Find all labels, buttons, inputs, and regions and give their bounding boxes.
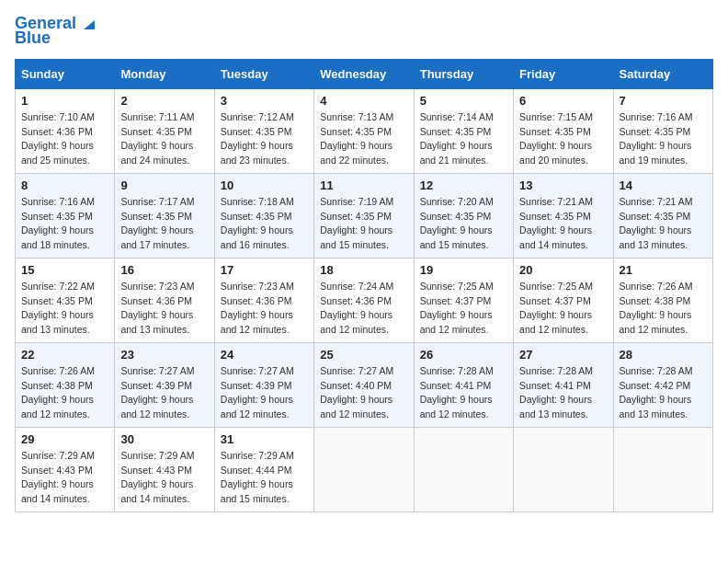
calendar-cell: 27 Sunrise: 7:28 AM Sunset: 4:41 PM Dayl… bbox=[514, 342, 613, 427]
calendar-cell bbox=[613, 427, 712, 511]
calendar-cell: 28 Sunrise: 7:28 AM Sunset: 4:42 PM Dayl… bbox=[613, 342, 712, 427]
calendar-cell: 22 Sunrise: 7:26 AM Sunset: 4:38 PM Dayl… bbox=[16, 342, 115, 427]
day-info: Sunrise: 7:11 AM Sunset: 4:35 PM Dayligh… bbox=[120, 110, 208, 168]
calendar-week-2: 8 Sunrise: 7:16 AM Sunset: 4:35 PM Dayli… bbox=[16, 173, 713, 258]
day-number: 22 bbox=[21, 348, 108, 362]
day-info: Sunrise: 7:23 AM Sunset: 4:36 PM Dayligh… bbox=[120, 280, 208, 338]
day-info: Sunrise: 7:12 AM Sunset: 4:35 PM Dayligh… bbox=[221, 110, 308, 168]
calendar-header-row: SundayMondayTuesdayWednesdayThursdayFrid… bbox=[16, 59, 713, 88]
calendar-table: SundayMondayTuesdayWednesdayThursdayFrid… bbox=[15, 59, 713, 512]
day-number: 1 bbox=[21, 94, 108, 108]
calendar-week-4: 22 Sunrise: 7:26 AM Sunset: 4:38 PM Dayl… bbox=[16, 342, 713, 427]
day-number: 12 bbox=[420, 178, 507, 192]
day-number: 26 bbox=[420, 348, 507, 362]
calendar-cell: 23 Sunrise: 7:27 AM Sunset: 4:39 PM Dayl… bbox=[115, 342, 214, 427]
calendar-cell: 8 Sunrise: 7:16 AM Sunset: 4:35 PM Dayli… bbox=[16, 173, 115, 258]
day-info: Sunrise: 7:20 AM Sunset: 4:35 PM Dayligh… bbox=[420, 195, 507, 253]
calendar-week-5: 29 Sunrise: 7:29 AM Sunset: 4:43 PM Dayl… bbox=[16, 427, 713, 511]
day-number: 15 bbox=[21, 263, 108, 277]
day-info: Sunrise: 7:24 AM Sunset: 4:36 PM Dayligh… bbox=[320, 280, 407, 338]
day-info: Sunrise: 7:27 AM Sunset: 4:40 PM Dayligh… bbox=[320, 364, 407, 422]
day-info: Sunrise: 7:26 AM Sunset: 4:38 PM Dayligh… bbox=[21, 364, 108, 422]
day-number: 11 bbox=[320, 178, 407, 192]
day-info: Sunrise: 7:26 AM Sunset: 4:38 PM Dayligh… bbox=[620, 280, 707, 338]
header-thursday: Thursday bbox=[414, 59, 513, 88]
calendar-week-3: 15 Sunrise: 7:22 AM Sunset: 4:35 PM Dayl… bbox=[16, 258, 713, 342]
calendar-cell: 10 Sunrise: 7:18 AM Sunset: 4:35 PM Dayl… bbox=[214, 173, 313, 258]
day-number: 5 bbox=[420, 94, 507, 108]
calendar-cell: 15 Sunrise: 7:22 AM Sunset: 4:35 PM Dayl… bbox=[16, 258, 115, 342]
calendar-cell: 14 Sunrise: 7:21 AM Sunset: 4:35 PM Dayl… bbox=[613, 173, 712, 258]
header-saturday: Saturday bbox=[613, 59, 712, 88]
day-number: 27 bbox=[519, 348, 607, 362]
day-info: Sunrise: 7:19 AM Sunset: 4:35 PM Dayligh… bbox=[320, 195, 407, 253]
calendar-cell: 5 Sunrise: 7:14 AM Sunset: 4:35 PM Dayli… bbox=[414, 88, 513, 173]
calendar-cell: 12 Sunrise: 7:20 AM Sunset: 4:35 PM Dayl… bbox=[414, 173, 513, 258]
calendar-cell bbox=[414, 427, 513, 511]
header-tuesday: Tuesday bbox=[214, 59, 313, 88]
calendar-cell: 4 Sunrise: 7:13 AM Sunset: 4:35 PM Dayli… bbox=[314, 88, 414, 173]
day-info: Sunrise: 7:25 AM Sunset: 4:37 PM Dayligh… bbox=[420, 280, 507, 338]
calendar-cell: 18 Sunrise: 7:24 AM Sunset: 4:36 PM Dayl… bbox=[314, 258, 414, 342]
day-number: 3 bbox=[221, 94, 308, 108]
calendar-cell: 13 Sunrise: 7:21 AM Sunset: 4:35 PM Dayl… bbox=[514, 173, 613, 258]
calendar-cell: 3 Sunrise: 7:12 AM Sunset: 4:35 PM Dayli… bbox=[214, 88, 313, 173]
day-info: Sunrise: 7:17 AM Sunset: 4:35 PM Dayligh… bbox=[120, 195, 208, 253]
day-number: 20 bbox=[519, 263, 607, 277]
day-info: Sunrise: 7:15 AM Sunset: 4:35 PM Dayligh… bbox=[519, 110, 607, 168]
calendar-week-1: 1 Sunrise: 7:10 AM Sunset: 4:36 PM Dayli… bbox=[16, 88, 713, 173]
day-number: 21 bbox=[620, 263, 707, 277]
day-number: 24 bbox=[221, 348, 308, 362]
calendar-cell: 9 Sunrise: 7:17 AM Sunset: 4:35 PM Dayli… bbox=[115, 173, 214, 258]
day-number: 9 bbox=[120, 178, 208, 192]
day-info: Sunrise: 7:29 AM Sunset: 4:43 PM Dayligh… bbox=[21, 449, 108, 507]
calendar-cell: 7 Sunrise: 7:16 AM Sunset: 4:35 PM Dayli… bbox=[613, 88, 712, 173]
day-number: 23 bbox=[120, 348, 208, 362]
day-number: 6 bbox=[519, 94, 607, 108]
day-number: 18 bbox=[320, 263, 407, 277]
day-number: 13 bbox=[519, 178, 607, 192]
day-info: Sunrise: 7:28 AM Sunset: 4:42 PM Dayligh… bbox=[620, 364, 707, 422]
logo-icon bbox=[78, 13, 98, 33]
calendar-cell: 31 Sunrise: 7:29 AM Sunset: 4:44 PM Dayl… bbox=[214, 427, 313, 511]
day-number: 10 bbox=[221, 178, 308, 192]
calendar-cell: 1 Sunrise: 7:10 AM Sunset: 4:36 PM Dayli… bbox=[16, 88, 115, 173]
day-number: 16 bbox=[120, 263, 208, 277]
day-info: Sunrise: 7:10 AM Sunset: 4:36 PM Dayligh… bbox=[21, 110, 108, 168]
day-number: 17 bbox=[221, 263, 308, 277]
calendar-cell: 25 Sunrise: 7:27 AM Sunset: 4:40 PM Dayl… bbox=[314, 342, 414, 427]
header-monday: Monday bbox=[115, 59, 214, 88]
day-info: Sunrise: 7:29 AM Sunset: 4:44 PM Dayligh… bbox=[221, 449, 308, 507]
day-info: Sunrise: 7:14 AM Sunset: 4:35 PM Dayligh… bbox=[420, 110, 507, 168]
day-info: Sunrise: 7:21 AM Sunset: 4:35 PM Dayligh… bbox=[519, 195, 607, 253]
day-number: 7 bbox=[620, 94, 707, 108]
day-info: Sunrise: 7:18 AM Sunset: 4:35 PM Dayligh… bbox=[221, 195, 308, 253]
calendar-cell: 2 Sunrise: 7:11 AM Sunset: 4:35 PM Dayli… bbox=[115, 88, 214, 173]
day-info: Sunrise: 7:27 AM Sunset: 4:39 PM Dayligh… bbox=[120, 364, 208, 422]
calendar-cell: 21 Sunrise: 7:26 AM Sunset: 4:38 PM Dayl… bbox=[613, 258, 712, 342]
calendar-cell: 29 Sunrise: 7:29 AM Sunset: 4:43 PM Dayl… bbox=[16, 427, 115, 511]
header-friday: Friday bbox=[514, 59, 613, 88]
day-info: Sunrise: 7:16 AM Sunset: 4:35 PM Dayligh… bbox=[620, 110, 707, 168]
day-info: Sunrise: 7:27 AM Sunset: 4:39 PM Dayligh… bbox=[221, 364, 308, 422]
calendar-cell bbox=[514, 427, 613, 511]
day-info: Sunrise: 7:23 AM Sunset: 4:36 PM Dayligh… bbox=[221, 280, 308, 338]
day-info: Sunrise: 7:28 AM Sunset: 4:41 PM Dayligh… bbox=[519, 364, 607, 422]
calendar-cell: 30 Sunrise: 7:29 AM Sunset: 4:43 PM Dayl… bbox=[115, 427, 214, 511]
day-number: 29 bbox=[21, 432, 108, 446]
calendar-cell: 17 Sunrise: 7:23 AM Sunset: 4:36 PM Dayl… bbox=[214, 258, 313, 342]
day-number: 31 bbox=[221, 432, 308, 446]
day-number: 30 bbox=[120, 432, 208, 446]
day-number: 28 bbox=[620, 348, 707, 362]
logo-blue-text: Blue bbox=[15, 29, 51, 48]
calendar-cell bbox=[314, 427, 414, 511]
day-number: 4 bbox=[320, 94, 407, 108]
day-info: Sunrise: 7:25 AM Sunset: 4:37 PM Dayligh… bbox=[519, 280, 607, 338]
calendar-cell: 24 Sunrise: 7:27 AM Sunset: 4:39 PM Dayl… bbox=[214, 342, 313, 427]
header-wednesday: Wednesday bbox=[314, 59, 414, 88]
day-number: 19 bbox=[420, 263, 507, 277]
day-info: Sunrise: 7:13 AM Sunset: 4:35 PM Dayligh… bbox=[320, 110, 407, 168]
day-info: Sunrise: 7:29 AM Sunset: 4:43 PM Dayligh… bbox=[120, 449, 208, 507]
page-header: General Blue bbox=[15, 15, 713, 48]
day-info: Sunrise: 7:21 AM Sunset: 4:35 PM Dayligh… bbox=[620, 195, 707, 253]
